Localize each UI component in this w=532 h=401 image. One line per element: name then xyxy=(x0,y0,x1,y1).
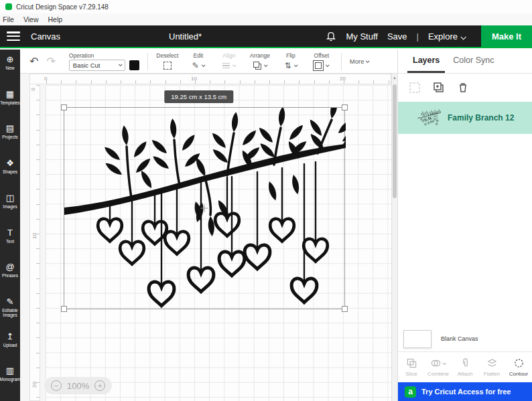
layer-item-family-branch[interactable]: Family Branch 12 xyxy=(398,102,532,134)
sidebar-item-shapes[interactable]: ❖Shapes xyxy=(0,159,20,193)
slice-button[interactable]: Slice xyxy=(398,352,425,382)
selection-center-marker xyxy=(201,205,208,212)
deselect-button[interactable]: Deselect xyxy=(156,52,179,70)
sidebar-item-monogram[interactable]: ▥Monogram xyxy=(0,366,20,401)
arrange-button[interactable]: Arrange xyxy=(249,52,271,70)
blank-canvas-row[interactable]: Blank Canvas xyxy=(398,326,532,351)
selection-handle-bottom-left[interactable] xyxy=(61,306,67,312)
layer-thumbnail xyxy=(417,109,441,127)
sidebar-item-upload[interactable]: ↥Upload xyxy=(0,332,20,367)
chevron-down-icon xyxy=(294,63,298,67)
zoom-in-button[interactable]: + xyxy=(94,380,105,391)
zoom-out-button[interactable]: − xyxy=(51,380,62,391)
vertical-scrollbar[interactable]: ▲ xyxy=(391,74,397,401)
header-divider: | xyxy=(417,31,419,42)
chevron-down-icon xyxy=(119,62,123,66)
color-swatch[interactable] xyxy=(129,60,139,70)
pencil-icon: ✎ xyxy=(192,62,199,70)
hamburger-menu-icon[interactable] xyxy=(7,31,20,41)
cricut-access-text: Try Cricut Access for free xyxy=(421,388,511,396)
combine-icon xyxy=(431,358,441,368)
layer-tools-bar: Slice Combine Attach Flatten Contour xyxy=(398,351,532,382)
operation-select[interactable]: Basic Cut xyxy=(69,60,125,71)
duplicate-icon[interactable] xyxy=(433,82,445,94)
cricut-logo-icon xyxy=(5,3,12,10)
sidebar-item-projects[interactable]: ▤Projects xyxy=(0,124,20,159)
offset-icon xyxy=(315,62,322,69)
flatten-icon xyxy=(487,358,497,368)
flatten-button[interactable]: Flatten xyxy=(478,352,505,382)
more-button[interactable]: More xyxy=(350,58,373,65)
flip-button[interactable]: Flip ⇅ xyxy=(279,52,302,70)
contour-button[interactable]: Contour xyxy=(505,352,532,382)
menu-help[interactable]: Help xyxy=(48,15,63,23)
menu-file[interactable]: File xyxy=(3,15,14,23)
templates-icon: ▦ xyxy=(6,90,14,99)
text-icon: T xyxy=(7,228,13,238)
blank-canvas-label: Blank Canvas xyxy=(441,335,478,342)
ruler-vertical: 0 10 20 xyxy=(29,84,40,401)
arrange-icon xyxy=(253,62,259,68)
save-link[interactable]: Save xyxy=(387,31,407,42)
selection-handle-top-right[interactable] xyxy=(342,104,348,110)
group-select-icon[interactable] xyxy=(409,82,421,94)
align-button[interactable]: Align xyxy=(218,52,241,70)
scrollbar-thumb[interactable] xyxy=(393,84,397,198)
tab-color-sync[interactable]: Color Sync xyxy=(448,50,499,73)
scroll-up-icon[interactable]: ▲ xyxy=(392,76,397,80)
chevron-down-icon xyxy=(366,59,370,63)
document-title[interactable]: Untitled* xyxy=(169,31,202,42)
left-sidebar: ⊕New ▦Templates ▤Projects ❖Shapes ◫Image… xyxy=(0,50,20,401)
window-titlebar: Cricut Design Space v7.29.148 xyxy=(0,0,532,13)
menu-view[interactable]: View xyxy=(23,15,39,23)
cricut-access-banner[interactable]: a Try Cricut Access for free xyxy=(398,382,532,401)
sidebar-item-phrases[interactable]: @Phrases xyxy=(0,262,20,297)
canvas-nav-label[interactable]: Canvas xyxy=(31,31,60,42)
selection-box[interactable]: 19.25 cm x 13.5 cm xyxy=(64,107,345,309)
slice-icon xyxy=(407,358,417,368)
layer-actions-row xyxy=(398,74,532,102)
explore-menu[interactable]: Explore xyxy=(428,31,465,42)
sidebar-item-templates[interactable]: ▦Templates xyxy=(0,90,20,125)
my-stuff-link[interactable]: My Stuff xyxy=(346,31,377,42)
redo-button[interactable]: ↷ xyxy=(46,55,55,68)
flip-icon: ⇅ xyxy=(285,62,291,70)
layer-name: Family Branch 12 xyxy=(448,113,514,123)
attach-icon xyxy=(460,358,470,368)
ruler-horizontal: 0 10 20 xyxy=(29,74,391,84)
editable-images-icon: ✎ xyxy=(7,297,14,307)
zoom-control: − 100% + xyxy=(44,377,112,394)
sidebar-item-editable-images[interactable]: ✎Editable Images xyxy=(0,297,20,332)
delete-trash-icon[interactable] xyxy=(457,82,469,94)
blank-canvas-swatch[interactable] xyxy=(403,330,431,348)
deselect-icon xyxy=(163,62,172,70)
projects-icon: ▤ xyxy=(6,124,14,133)
app-header: Canvas Untitled* My Stuff Save | Explore… xyxy=(0,25,532,48)
edit-toolbar: ↶ ↷ Operation Basic Cut Deselect Edit ✎ … xyxy=(20,50,397,74)
sidebar-item-text[interactable]: TText xyxy=(0,228,20,263)
chevron-down-icon xyxy=(232,63,237,67)
chevron-down-icon xyxy=(443,361,446,364)
toolbar-divider xyxy=(147,53,148,70)
sidebar-item-new[interactable]: ⊕New xyxy=(0,55,20,90)
operation-label: Operation xyxy=(69,52,139,59)
undo-button[interactable]: ↶ xyxy=(29,55,38,68)
sidebar-item-images[interactable]: ◫Images xyxy=(0,193,20,228)
cricut-access-icon: a xyxy=(405,386,416,398)
images-icon: ◫ xyxy=(6,193,14,203)
edit-button[interactable]: Edit ✎ xyxy=(187,52,210,70)
make-it-button[interactable]: Make It xyxy=(481,25,532,47)
combine-button[interactable]: Combine xyxy=(425,352,452,382)
selection-handle-bottom-right[interactable] xyxy=(342,306,348,312)
notifications-bell-icon[interactable] xyxy=(326,31,336,42)
chevron-down-icon xyxy=(460,34,466,39)
tab-layers[interactable]: Layers xyxy=(407,50,445,73)
zoom-level: 100% xyxy=(67,381,89,391)
monogram-icon: ▥ xyxy=(6,366,14,376)
attach-button[interactable]: Attach xyxy=(452,352,478,382)
canvas-workspace: 0 10 20 0 10 20 19.25 cm x 13.5 cm xyxy=(20,74,397,401)
offset-button[interactable]: Offset xyxy=(310,52,333,70)
selection-handle-top-left[interactable] xyxy=(61,104,67,110)
upload-icon: ↥ xyxy=(7,332,14,341)
shapes-icon: ❖ xyxy=(6,159,14,168)
